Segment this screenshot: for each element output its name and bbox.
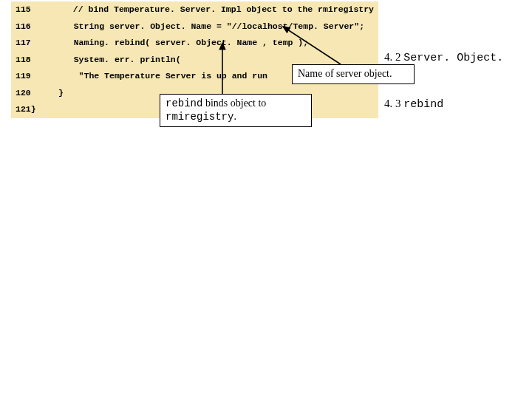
code-row: 116 String server. Object. Name = "//loc… — [11, 18, 378, 35]
line-number: 118 — [11, 55, 58, 64]
annotation-prefix: 4. 3 — [384, 98, 403, 109]
callout-server-object: Name of server object. — [292, 64, 415, 84]
line-number: 119 — [11, 72, 58, 81]
line-number: 117 — [11, 38, 58, 47]
slide-stage: 115 // bind Temperature. Server. Impl ob… — [0, 0, 532, 399]
annotation-code: rebind — [403, 98, 443, 111]
callout-rebind: rebind binds object to rmiregistry. — [160, 94, 312, 127]
annotation-4-3: 4. 3 rebind — [384, 97, 528, 112]
line-number: 116 — [11, 22, 58, 31]
code-text: Naming. rebind( server. Object. Name , t… — [58, 38, 378, 47]
line-number: 121} — [11, 105, 58, 114]
line-number: 120 — [11, 89, 58, 98]
callout-text: Name of server object. — [298, 68, 392, 79]
code-text: // bind Temperature. Server. Impl object… — [58, 5, 378, 14]
code-text: String server. Object. Name = "//localho… — [58, 22, 378, 31]
code-text: System. err. println( — [58, 55, 378, 64]
callout-text: binds object to — [202, 98, 266, 109]
callout-text: . — [233, 111, 236, 122]
line-number: 115 — [11, 5, 58, 14]
code-row: 117 Naming. rebind( server. Object. Name… — [11, 35, 378, 52]
annotation-prefix: 4. 2 — [384, 51, 403, 63]
callout-code: rmiregistry — [166, 111, 233, 123]
callout-code: rebind — [166, 98, 202, 109]
code-row: 115 // bind Temperature. Server. Impl ob… — [11, 1, 378, 18]
